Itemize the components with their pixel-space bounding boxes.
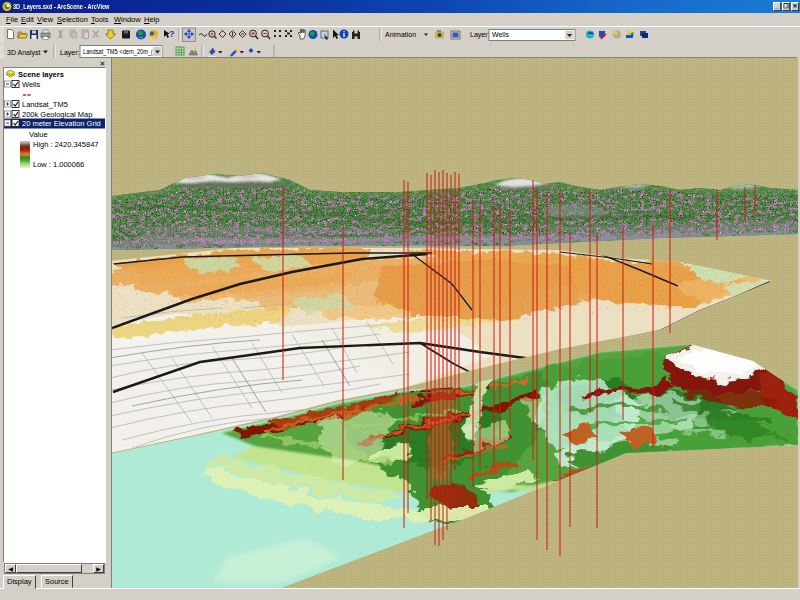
svg-text:Wells: Wells: [492, 31, 509, 38]
svg-text:Animation: Animation: [385, 31, 416, 38]
svg-text:3D Analyst: 3D Analyst: [7, 49, 41, 57]
svg-text:20 meter Elevation Grid: 20 meter Elevation Grid: [22, 119, 101, 128]
svg-text:Wells: Wells: [22, 80, 40, 89]
svg-text:Landsat_TM5 <dem_20m_(: Landsat_TM5 <dem_20m_(: [83, 48, 154, 56]
svg-text:Scene layers: Scene layers: [18, 70, 64, 79]
svg-text:Value: Value: [29, 130, 48, 139]
svg-text:High : 2420.345847: High : 2420.345847: [33, 140, 98, 149]
svg-text:Landsat_TM5: Landsat_TM5: [22, 100, 68, 109]
svg-text:Low : 1.000066: Low : 1.000066: [33, 160, 84, 169]
svg-text:Layer:: Layer:: [470, 31, 490, 39]
svg-text:Layer:: Layer:: [60, 49, 80, 57]
svg-text:200k Geological Map: 200k Geological Map: [22, 110, 92, 119]
svg-text:?: ?: [169, 29, 175, 39]
